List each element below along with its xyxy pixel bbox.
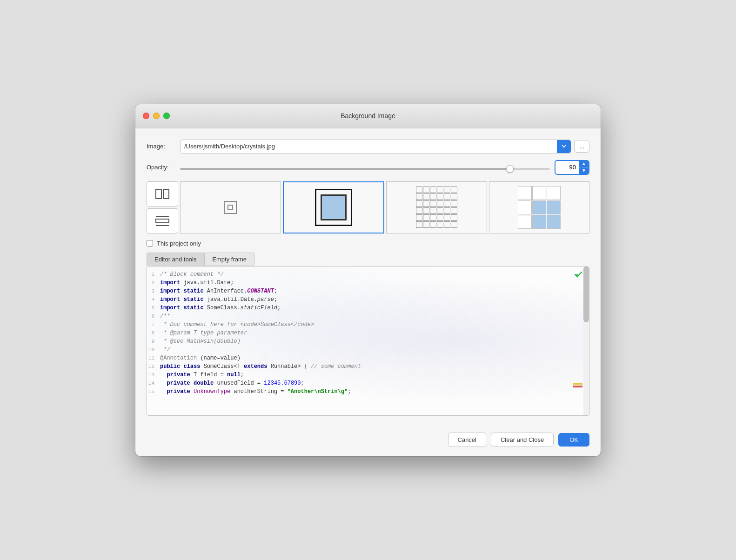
opacity-input-group: ▲ ▼ (555, 160, 589, 175)
preview-frame-grid[interactable] (489, 181, 590, 233)
clear-close-button[interactable]: Clear and Close (491, 433, 554, 447)
side-indicators (573, 383, 582, 387)
code-line: 10 */ (147, 346, 585, 354)
opacity-label: Opacity: (147, 164, 180, 171)
code-line: 9 * @see Math#sin(double) (147, 337, 585, 346)
preview-frame-tile[interactable] (386, 181, 487, 233)
code-editor[interactable]: 1 /* Block comment */ 2 import java.util… (147, 267, 589, 415)
browse-button[interactable]: ... (574, 140, 589, 153)
tile-cell (444, 200, 450, 207)
tile-cell (437, 193, 443, 200)
cancel-button[interactable]: Cancel (448, 433, 486, 447)
grid-cell (547, 186, 561, 200)
code-line: 6 /** (147, 312, 585, 320)
code-line: 12 public class SomeClass<T extends Runn… (147, 362, 585, 371)
error-indicator (573, 386, 582, 387)
code-line: 8 * @param T type parameter (147, 329, 585, 337)
opacity-stepper: ▲ ▼ (579, 161, 589, 174)
code-line: 1 /* Block comment */ (147, 270, 585, 279)
code-line: 5 import static SomeClass.staticField; (147, 304, 585, 312)
preview-options (147, 181, 178, 233)
tile-cell (437, 207, 443, 214)
tile-cell (416, 221, 422, 228)
maximize-button[interactable] (163, 113, 170, 119)
tile-cell (437, 200, 443, 207)
checkbox-row: This project only (147, 240, 589, 247)
tile-cell (430, 207, 436, 214)
ok-button[interactable]: OK (558, 433, 589, 447)
code-line: 2 import java.util.Date; (147, 279, 585, 287)
line-indicator (574, 270, 582, 279)
opacity-input[interactable] (555, 162, 579, 173)
code-lines: 1 /* Block comment */ 2 import java.util… (147, 270, 585, 396)
code-line: 13 private T field = null; (147, 371, 585, 379)
layout-option-2[interactable] (147, 208, 178, 233)
image-label: Image: (147, 143, 180, 150)
code-line: 4 import static java.util.Date.parse; (147, 295, 585, 304)
code-line: 11 @Annotation (name=value) (147, 354, 585, 362)
center-icon (224, 201, 237, 214)
tile-cell (416, 200, 422, 207)
tile-cell (430, 193, 436, 200)
minimize-button[interactable] (153, 113, 160, 119)
grid-cell-blue (547, 215, 561, 229)
tile-cell (437, 221, 443, 228)
grid-cell (518, 186, 532, 200)
preview-frame-fit[interactable] (283, 181, 385, 233)
tile-cell (444, 207, 450, 214)
image-path-container (180, 140, 571, 153)
frame2-mid (321, 194, 347, 220)
tile-cell (423, 221, 429, 228)
tab-editor-tools[interactable]: Editor and tools (147, 253, 204, 266)
opacity-decrement-button[interactable]: ▼ (579, 167, 589, 174)
dialog-window: Background Image Image: ... Opacity: (135, 104, 601, 456)
preview-frame-center[interactable] (180, 181, 281, 233)
image-dropdown-button[interactable] (557, 140, 571, 153)
grid3x3 (518, 186, 561, 229)
window-controls (143, 113, 170, 119)
tile-cell (430, 200, 436, 207)
svg-rect-0 (156, 189, 161, 199)
tile-cell (444, 221, 450, 228)
project-only-label: This project only (157, 240, 201, 247)
tile-cell (416, 214, 422, 221)
window-title: Background Image (341, 112, 395, 120)
warning-indicator (573, 383, 582, 385)
tab-empty-frame[interactable]: Empty frame (204, 253, 254, 266)
project-only-checkbox[interactable] (147, 240, 153, 247)
image-path-input[interactable] (181, 140, 557, 152)
grid-cell (532, 186, 546, 200)
center-icon-inner (227, 205, 233, 210)
tiled-layout-icon (155, 187, 170, 200)
code-container: 1 /* Block comment */ 2 import java.util… (147, 266, 589, 416)
opacity-increment-button[interactable]: ▲ (579, 161, 589, 167)
code-line: 3 import static AnInterface.CONSTANT; (147, 287, 585, 295)
opacity-slider-container (180, 163, 550, 172)
tile-cell (423, 207, 429, 214)
preview-section (147, 181, 589, 233)
tile-cell (416, 187, 422, 193)
tile-cell (430, 187, 436, 193)
tile-cell (416, 207, 422, 214)
tile-cell (416, 193, 422, 200)
tile-cell (451, 193, 457, 200)
tile-cell (451, 200, 457, 207)
opacity-row: Opacity: ▲ ▼ (147, 160, 589, 175)
tiled-pattern (416, 187, 457, 228)
grid-cell-blue (532, 215, 546, 229)
opacity-slider[interactable] (180, 168, 550, 170)
close-button[interactable] (143, 113, 149, 119)
scrollbar-thumb[interactable] (583, 267, 589, 322)
scrollbar-track[interactable] (583, 267, 589, 415)
frame2-inner (315, 189, 352, 226)
tile-cell (444, 193, 450, 200)
layout-option-1[interactable] (147, 181, 178, 207)
preview-frames (180, 181, 589, 233)
grid-cell (518, 215, 532, 229)
svg-rect-1 (163, 189, 169, 199)
svg-rect-2 (156, 219, 169, 223)
tile-cell (430, 221, 436, 228)
grid-cell (518, 200, 532, 214)
tabs-row: Editor and tools Empty frame (147, 253, 589, 266)
grid-cell-blue (547, 200, 561, 214)
